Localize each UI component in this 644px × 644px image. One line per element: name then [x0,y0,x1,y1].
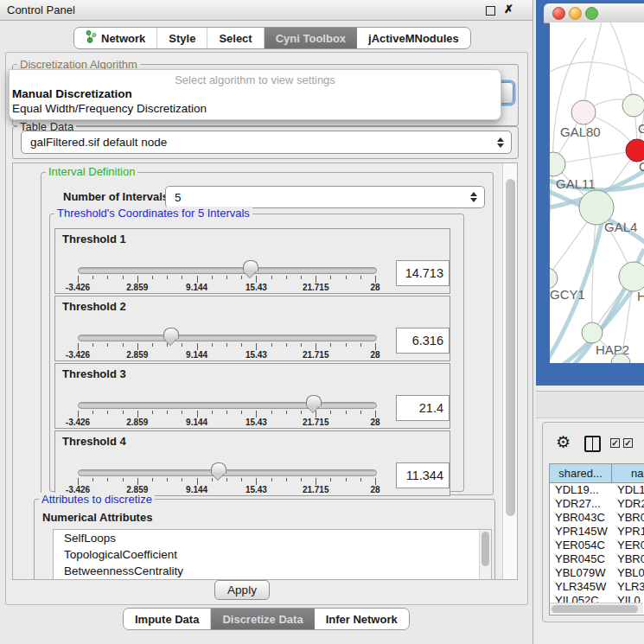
tab-label: Select [219,32,252,45]
close-traffic-light[interactable] [552,7,565,20]
list-scrollbar[interactable] [479,530,491,580]
table-cell: YER054C [550,539,612,552]
number-of-intervals-combobox[interactable]: 5 [165,186,485,208]
network-edge [592,207,596,333]
slider-ticks [78,411,375,418]
slider-handle[interactable] [211,462,226,474]
list-item[interactable]: SelfLoops [54,530,491,546]
threshold-2-box: Threshold 2-3.4262.8599.14415.4321.71528… [54,296,450,361]
zoom-traffic-light[interactable] [585,7,598,20]
close-icon[interactable]: ✗ [504,3,513,16]
list-item[interactable]: BetweennessCentrality [54,563,491,579]
tab-label: jActiveMNodules [368,32,459,45]
numerical-attributes-list[interactable]: SelfLoopsTopologicalCoefficientBetweenne… [53,529,492,580]
settings-scroll-panel: Interval Definition Number of Intervals … [12,163,518,580]
slider-track[interactable] [78,402,377,409]
table-row[interactable]: YLR345WYLR3 [550,580,644,594]
tab-impute-data[interactable]: Impute Data [124,609,211,629]
table-cell: YPR1 [612,525,644,539]
tab-style[interactable]: Style [157,28,207,48]
table-data-value: galFiltered.sif default node [22,136,494,149]
minimize-traffic-light[interactable] [569,7,582,20]
table-cell: YDL1 [612,483,644,497]
column-header-na[interactable]: na [612,464,644,482]
table-row[interactable]: YBR045CYBR0 [550,552,644,566]
tab-infer-network[interactable]: Infer Network [315,609,409,629]
vertical-scrollbar[interactable] [502,163,518,579]
threshold-value-field[interactable]: 14.713 [396,260,450,286]
network-node-h[interactable] [619,262,644,291]
table-cell: YDR2 [612,497,644,511]
table-row[interactable]: YDR27...YDR2 [550,497,644,511]
network-node-gal11[interactable] [550,152,565,176]
scrollbar-thumb[interactable] [506,179,515,516]
slider-track[interactable] [78,267,377,274]
threshold-value-field[interactable]: 11.344 [396,462,450,488]
table-row[interactable]: YBL079WYBL0 [550,566,644,580]
gear-icon[interactable]: ⚙ [556,432,571,452]
network-node-hap2[interactable] [582,322,603,343]
network-node-gal80[interactable] [571,100,596,124]
option-manual-discretization[interactable]: Manual Discretization [12,87,132,100]
horizontal-scrollbar[interactable] [550,603,643,614]
threshold-3-box: Threshold 3-3.4262.8599.14415.4321.71528… [54,363,450,429]
node-label: GAL11 [556,176,596,191]
tab-network[interactable]: Network [74,28,157,48]
tab-label: Discretize Data [222,613,303,626]
algorithm-dropdown-popup: Select algorithm to view settings Manual… [9,69,501,120]
table-header-row: shared...na [550,464,644,483]
thresholds-group: Threshold 1-3.4262.8599.14415.4321.71528… [49,214,464,492]
threshold-label: Threshold 4 [62,435,126,448]
option-equal-width-frequency[interactable]: Equal Width/Frequency Discretization [12,102,207,115]
node-label: GCY1 [550,287,585,302]
slider-handle[interactable] [243,260,258,271]
threshold-value-field[interactable]: 21.4 [396,395,450,421]
table-cell: YDR27... [550,497,612,511]
slider-handle[interactable] [163,328,179,339]
network-edge [610,22,634,105]
column-layout-icon[interactable] [584,436,601,452]
node-label: GAL4 [604,220,637,234]
float-window-icon[interactable] [486,6,495,16]
table-cell: YLR345W [550,580,612,594]
network-edge [583,22,602,112]
tab-label: Style [169,32,195,45]
slider-ticks [78,478,375,485]
table-row[interactable]: YDL19...YDL1 [550,483,644,497]
table-row[interactable]: YPR145WYPR1 [550,525,644,539]
table-cell: YPR145W [550,525,612,539]
node-label: H [637,289,644,303]
table-cell: YBL079W [550,566,612,580]
cyni-mode-tabs: Impute DataDiscretize DataInfer Network [123,608,410,630]
network-node-g[interactable] [622,94,644,117]
table-panel-bar: Table Panel [536,391,644,418]
threshold-value-field[interactable]: 6.316 [396,328,450,354]
tab-jactivemnodules[interactable]: jActiveMNodules [357,28,470,48]
apply-button[interactable]: Apply [214,580,270,600]
combo-stepper-icon[interactable] [467,192,481,202]
algorithm-placeholder: Select algorithm to view settings [10,73,501,86]
table-cell: YER0 [612,539,644,552]
table-row[interactable]: YBR043CYBR0 [550,511,644,525]
table-rows: YDL19...YDL1YDR27...YDR2YBR043CYBR0YPR14… [550,483,644,608]
table-cell: YDL19... [550,483,612,497]
combo-stepper-icon[interactable] [494,137,507,148]
checkbox-icon[interactable]: ✓ [623,438,633,448]
tab-select[interactable]: Select [207,28,264,48]
tab-cyni-toolbox[interactable]: Cyni Toolbox [265,28,357,48]
table-row[interactable]: YER054CYER0 [550,539,644,552]
slider-handle[interactable] [306,395,322,406]
window-title: Control Panel [7,3,75,16]
network-node-gcy1[interactable] [550,268,558,289]
list-item[interactable]: TopologicalCoefficient [54,546,491,563]
table-cell: YBR0 [612,552,644,566]
column-header-shared-[interactable]: shared... [550,464,612,482]
network-icon [86,30,97,46]
slider-track[interactable] [78,469,377,476]
table-data-combobox[interactable]: galFiltered.sif default node [21,131,512,154]
scrollbar-thumb[interactable] [552,605,638,613]
checkbox-icon[interactable]: ✓ [610,438,620,448]
slider-track[interactable] [78,335,377,341]
tab-discretize-data[interactable]: Discretize Data [211,609,314,629]
network-canvas[interactable]: GAL80GCGAL11GAL4GCY1HHAP2 [550,22,644,363]
